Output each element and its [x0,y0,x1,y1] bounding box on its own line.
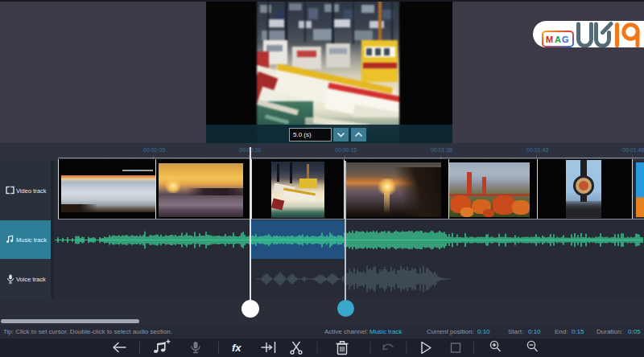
svg-text:fx: fx [232,342,242,354]
